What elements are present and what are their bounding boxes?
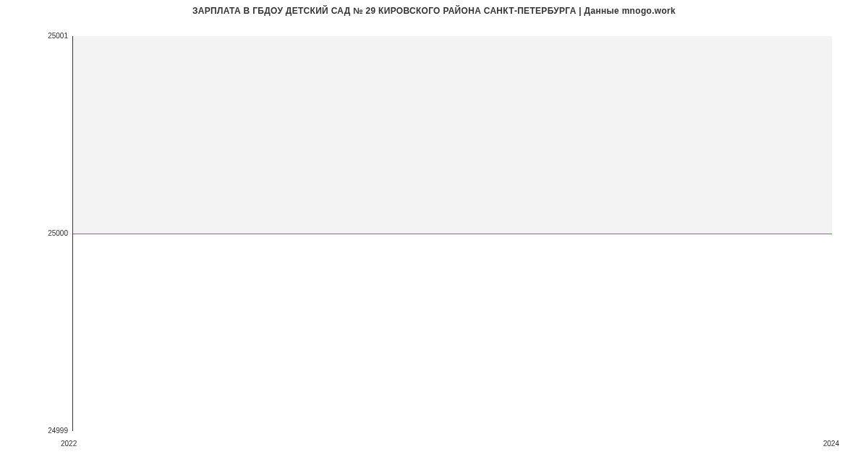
series-line bbox=[72, 234, 832, 234]
y-tick-label: 24999 bbox=[3, 427, 68, 435]
area-fill bbox=[72, 36, 832, 234]
y-axis bbox=[72, 36, 73, 431]
chart-title: ЗАРПЛАТА В ГБДОУ ДЕТСКИЙ САД № 29 КИРОВС… bbox=[0, 6, 868, 16]
x-tick-label: 2022 bbox=[61, 440, 77, 448]
plot-area bbox=[72, 36, 832, 431]
y-tick-label: 25000 bbox=[3, 230, 68, 237]
y-tick-label: 25001 bbox=[3, 33, 68, 40]
x-tick-label: 2024 bbox=[823, 440, 839, 448]
